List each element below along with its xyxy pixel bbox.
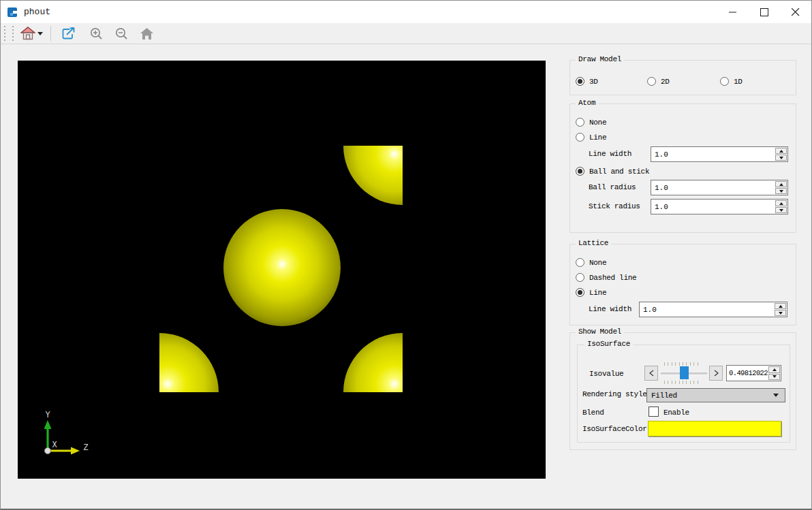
arrow-down-icon xyxy=(779,157,783,159)
atom-group-title: Atom xyxy=(576,99,598,107)
isovalue-input[interactable] xyxy=(727,366,768,381)
chevron-down-icon xyxy=(773,394,779,397)
radio-lattice-dashed-line[interactable]: Dashed line xyxy=(576,272,636,283)
arrow-up-icon xyxy=(772,368,777,371)
blend-enable-label: Enable xyxy=(663,409,689,417)
y-axis-arrow-icon xyxy=(44,420,52,429)
arrow-down-icon xyxy=(779,190,783,193)
spin-up-button[interactable] xyxy=(775,181,787,187)
blend-label: Blend xyxy=(582,409,604,417)
home-view-button[interactable] xyxy=(138,25,156,42)
radio-atom-ball-and-stick[interactable]: Ball and stick xyxy=(576,166,649,176)
spin-down-button[interactable] xyxy=(768,374,780,381)
radio-lattice-line[interactable]: Line xyxy=(576,287,606,298)
slider-ticks-top xyxy=(664,362,701,366)
radio-lattice-dashed-line-circle[interactable] xyxy=(576,273,584,282)
export-icon xyxy=(61,27,76,41)
zoom-out-button[interactable] xyxy=(112,25,131,42)
radio-lattice-none-circle[interactable] xyxy=(576,258,584,267)
radio-lattice-none[interactable]: None xyxy=(576,257,606,268)
draw-model-group-title: Draw Model xyxy=(576,55,624,63)
radio-atom-none[interactable]: None xyxy=(576,117,606,127)
lattice-line-width-input[interactable] xyxy=(640,302,774,317)
chevron-right-icon xyxy=(714,370,719,377)
x-axis-label: X xyxy=(52,441,57,450)
spin-up-button[interactable] xyxy=(775,148,787,154)
isosurface-sphere-top-left xyxy=(159,146,219,205)
blend-enable-checkbox[interactable] xyxy=(649,407,659,417)
isosurface-color-button[interactable] xyxy=(648,421,781,436)
isosurface-sphere-top-right xyxy=(343,146,403,205)
atom-ball-radius-spinbox[interactable] xyxy=(651,180,788,195)
radio-1d[interactable]: 1D xyxy=(720,76,743,86)
isosurface-group: IsoSurface Isovalue xyxy=(577,345,790,443)
zoom-out-icon xyxy=(114,27,129,41)
atom-line-width-input[interactable] xyxy=(651,147,775,161)
radio-lattice-none-label: None xyxy=(589,259,606,267)
spin-up-button[interactable] xyxy=(768,366,780,373)
radio-lattice-line-circle[interactable] xyxy=(576,288,584,297)
lattice-group-title: Lattice xyxy=(576,239,611,247)
arrow-down-icon xyxy=(772,375,777,378)
lattice-line-width-spinbox[interactable] xyxy=(639,302,787,317)
isosurface-color-label: IsoSurfaceColor xyxy=(582,425,647,433)
draw-model-group: Draw Model 3D 2D 1D xyxy=(569,60,796,95)
isovalue-slider-handle[interactable] xyxy=(680,366,689,379)
atom-line-width-spinbox[interactable] xyxy=(651,146,788,162)
rendering-style-select[interactable]: Filled xyxy=(646,388,785,402)
radio-atom-none-label: None xyxy=(589,118,606,127)
show-model-group-title: Show Model xyxy=(576,328,624,336)
lattice-group: Lattice None Dashed line Line Line width xyxy=(569,244,796,325)
export-button[interactable] xyxy=(59,25,78,42)
radio-3d-circle[interactable] xyxy=(576,77,584,86)
spin-down-button[interactable] xyxy=(775,155,787,161)
radio-atom-ball-and-stick-circle[interactable] xyxy=(576,167,584,176)
chevron-down-icon xyxy=(37,32,43,35)
isosurface-sphere-center xyxy=(223,209,341,326)
lattice-line-width-label: Line width xyxy=(589,305,631,313)
spin-down-button[interactable] xyxy=(775,310,786,316)
radio-3d[interactable]: 3D xyxy=(576,76,598,86)
atom-group: Atom None Line Line width Ball and stick xyxy=(569,103,796,233)
z-axis-arrow-icon xyxy=(71,447,80,455)
spin-down-button[interactable] xyxy=(775,188,787,194)
isovalue-slider-left-button[interactable] xyxy=(644,366,658,381)
spin-up-button[interactable] xyxy=(775,303,786,309)
radio-lattice-line-label: Line xyxy=(589,289,606,297)
spin-up-button[interactable] xyxy=(775,200,787,206)
radio-2d-circle[interactable] xyxy=(647,77,656,86)
radio-atom-line[interactable]: Line xyxy=(576,132,606,142)
spin-down-button[interactable] xyxy=(775,207,787,213)
radio-atom-none-circle[interactable] xyxy=(576,118,584,127)
atom-stick-radius-spinbox[interactable] xyxy=(651,199,788,214)
isosurface-sphere-bottom-left xyxy=(159,333,219,392)
isosurface-group-title: IsoSurface xyxy=(584,340,633,348)
show-model-group: Show Model IsoSurface Isovalue xyxy=(569,332,796,450)
atom-ball-radius-label: Ball radius xyxy=(589,183,636,191)
toolbar-grip[interactable] xyxy=(12,26,14,41)
y-axis-label: Y xyxy=(45,411,50,420)
zoom-in-button[interactable] xyxy=(87,25,106,42)
toolbar-grip[interactable] xyxy=(3,26,6,41)
reset-view-button[interactable] xyxy=(18,25,45,42)
radio-1d-circle[interactable] xyxy=(720,77,729,86)
isovalue-spinbox[interactable] xyxy=(726,365,781,381)
radio-2d[interactable]: 2D xyxy=(647,76,670,86)
radio-atom-line-circle[interactable] xyxy=(576,133,584,142)
arrow-up-icon xyxy=(779,202,783,205)
home-gray-icon xyxy=(140,27,154,41)
atom-ball-radius-input[interactable] xyxy=(651,180,775,195)
axes-origin-ball xyxy=(45,448,51,454)
settings-panel: Draw Model 3D 2D 1D Atom None xyxy=(569,1,796,509)
app-window: phout xyxy=(0,0,812,510)
zoom-in-icon xyxy=(89,27,104,41)
z-axis-label: Z xyxy=(83,443,88,453)
home-red-icon xyxy=(20,26,35,41)
slider-ticks-bottom xyxy=(664,381,701,384)
radio-lattice-dashed-line-label: Dashed line xyxy=(589,274,636,282)
app-icon xyxy=(7,7,18,18)
arrow-up-icon xyxy=(779,150,783,153)
isovalue-slider-right-button[interactable] xyxy=(709,366,723,381)
render-viewport[interactable]: Y Z X xyxy=(18,61,546,479)
atom-stick-radius-input[interactable] xyxy=(651,200,775,214)
